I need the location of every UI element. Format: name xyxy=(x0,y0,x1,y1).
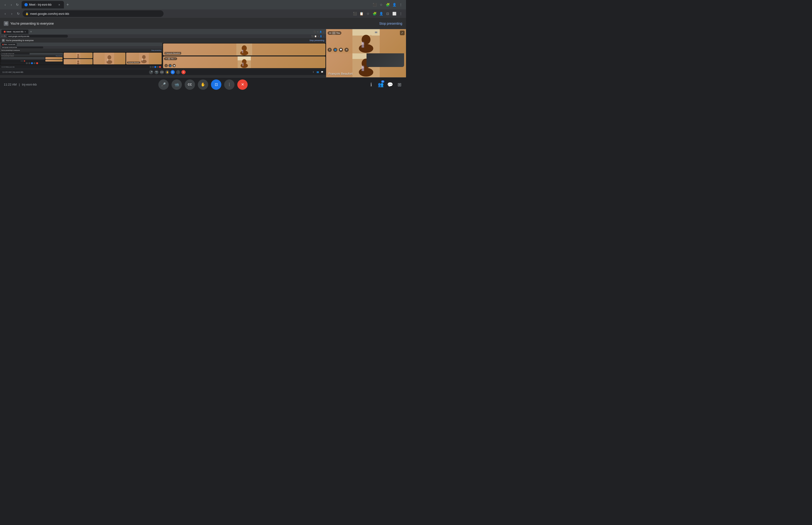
deepest-content xyxy=(1,57,63,62)
raise-hand-button[interactable]: ✋ xyxy=(198,79,208,90)
inner-meet-bar-1: ⊡ You're presenting to everyone Stop pre… xyxy=(0,38,326,43)
inner-more-btn[interactable]: ⋮ xyxy=(176,70,180,74)
inner-code-2: tnj-esni-ikb xyxy=(8,66,15,68)
francois-activities-icon[interactable]: ⊞ xyxy=(344,48,349,52)
francois-tile: ••• You ⤢ ℹ 👥 💬 ⊞ xyxy=(326,29,406,53)
inner-content-2: meet.google.com/tnj-esni-ikb You're pres… xyxy=(0,52,162,65)
account-icon[interactable]: ⬜ xyxy=(392,11,397,16)
meet-content: Meet - tnj-esni-ikb ✕ + ⬛ ☆ 👤 ⋮ ‹ › ↻ me… xyxy=(0,29,406,77)
cast-icon[interactable]: ⬛ xyxy=(372,2,377,7)
forward-btn-2[interactable]: › xyxy=(10,11,14,16)
francois-info-icon[interactable]: ℹ xyxy=(327,48,332,52)
inner-tab-2: Meet - tnj-esni-ikb xyxy=(4,44,15,45)
inner-present-btn[interactable]: ⊡ xyxy=(171,70,175,74)
inner-bottom-1: 11:22 AM | tnj-esni-ikb 🎤 📷 CC ✋ ⊡ ⋮ ✕ ℹ… xyxy=(0,69,326,75)
activities-icon[interactable]: ⊞ xyxy=(397,82,402,87)
info-icon[interactable]: ℹ xyxy=(368,82,374,87)
tiny-tile-2 xyxy=(45,60,62,62)
cast-icon-2[interactable]: ⬛ xyxy=(352,11,357,16)
inner-hand-btn[interactable]: ✋ xyxy=(165,70,169,74)
svg-rect-13 xyxy=(142,59,143,61)
bookmark-icon[interactable]: ☆ xyxy=(379,2,383,7)
inner-tile-francois-2: ••• You ⤢ ℹ 👥 💬 xyxy=(163,56,325,69)
francois-people-icon[interactable]: 👥 xyxy=(333,48,337,52)
end-call-button[interactable]: ✕ xyxy=(237,79,248,90)
svg-rect-31 xyxy=(359,37,361,42)
inner-address-row-1: ‹ › ↻ meet.google.com/tnj-esni-ikb ⬛ 📋 ☆… xyxy=(0,34,326,38)
more-options-button[interactable]: ⋮ xyxy=(224,79,234,90)
inner-mic-btn[interactable]: 🎤 xyxy=(149,70,153,74)
captions-button[interactable]: CC xyxy=(185,79,195,90)
deepest-stop: Stop presenting xyxy=(56,55,62,56)
svg-point-1 xyxy=(77,54,79,56)
tab-title: Meet - tnj-esni-ikb xyxy=(29,3,56,6)
chat-icon[interactable]: 💬 xyxy=(387,82,393,87)
camera-button[interactable]: 📹 xyxy=(171,79,182,90)
back-btn-2[interactable]: ‹ xyxy=(3,11,7,16)
address-bar-row: ‹ › ↻ 🔒 meet.google.com/tnj-esni-ikb ⬛ 📋… xyxy=(0,10,406,18)
right-panel: ••• You ⤢ ℹ 👥 💬 ⊞ xyxy=(326,29,406,77)
francois-chat-icon[interactable]: 💬 xyxy=(339,48,343,52)
extensions-icon[interactable]: 🧩 xyxy=(385,2,390,7)
inner-presenting-2: You're presenting to everyone xyxy=(1,49,20,51)
francois-tile-menu[interactable]: ••• You xyxy=(327,31,341,35)
inner-stop-1: Stop presenting xyxy=(309,39,324,42)
cascade-tile-1 xyxy=(64,52,93,58)
inner-participant-tiles: François Beaufort xyxy=(162,43,326,69)
svg-rect-18 xyxy=(241,48,241,50)
cascade-tile-2 xyxy=(64,59,93,65)
extensions-icon-2[interactable]: 🧩 xyxy=(372,11,377,16)
svg-point-2 xyxy=(77,56,79,58)
star-icon[interactable]: ☆ xyxy=(366,11,370,16)
inner-chat-icon: 💬 xyxy=(321,71,324,74)
people-icon[interactable]: 3 👥 xyxy=(378,82,383,87)
menu-icon[interactable]: ⋮ xyxy=(398,2,403,7)
active-tab[interactable]: Meet - tnj-esni-ikb ✕ xyxy=(21,1,64,9)
new-tab-button[interactable]: + xyxy=(65,2,71,7)
inner-content-1: Meet - tnj-esni-ikb meet.google.com/tnj-… xyxy=(0,43,326,69)
profile-icon-2[interactable]: 👤 xyxy=(379,11,383,16)
inner-cc-btn[interactable]: CC xyxy=(160,70,164,74)
back-button[interactable]: ‹ xyxy=(3,2,7,7)
bottom-bar: 11:22 AM | tnj-esni-ikb 🎤 📹 CC ✋ ⊡ ⋮ ✕ ℹ… xyxy=(0,77,406,91)
inner-cam-btn[interactable]: 📷 xyxy=(154,70,158,74)
tiny-tile-1 xyxy=(45,57,62,59)
svg-rect-30 xyxy=(362,42,364,48)
url-display: meet.google.com/tnj-esni-ikb xyxy=(30,12,69,15)
meeting-time: 11:22 AM xyxy=(4,83,17,86)
present-button[interactable]: ⊡ xyxy=(211,79,221,90)
inner-bottom-2: 11:22 AM | tnj-esni-ikb xyxy=(0,65,162,69)
refresh-button[interactable]: ↻ xyxy=(15,2,20,7)
save-icon[interactable]: 📋 xyxy=(359,11,364,16)
inner-time-2: 11:22 AM xyxy=(1,66,7,68)
francois-tile-expand[interactable]: ⤢ xyxy=(400,31,404,35)
mic-button[interactable]: 🎤 xyxy=(158,79,169,90)
stop-presenting-button[interactable]: Stop presenting xyxy=(379,21,402,25)
browser-nav-controls: ‹ › ↻ xyxy=(3,2,20,7)
svg-point-32 xyxy=(370,35,372,38)
profile-icon[interactable]: 👤 xyxy=(392,2,397,7)
svg-rect-17 xyxy=(242,50,243,53)
menu-icon-2[interactable]: ⋮ xyxy=(398,11,403,16)
meet-top-bar: ⊡ You're presenting to everyone Stop pre… xyxy=(0,18,406,29)
inner-url-1: meet.google.com/tnj-esni-ikb xyxy=(8,35,29,37)
svg-point-16 xyxy=(240,50,248,55)
forward-button[interactable]: › xyxy=(9,2,14,7)
split-icon[interactable]: ⊡ xyxy=(385,11,390,16)
present-screen-icon: ⊡ xyxy=(4,21,9,26)
inner-tile-francois-1: François Beaufort xyxy=(163,44,325,56)
refresh-btn-2[interactable]: ↻ xyxy=(16,11,21,16)
deep-screen: meet.google.com/tnj-esni-ikb You're pres… xyxy=(1,52,63,64)
cascade-tile-xl: François Beaufort xyxy=(126,52,162,64)
inner-presenting-1: You're presenting to everyone xyxy=(6,39,34,42)
francois-tile-topbar: ••• You ⤢ xyxy=(327,31,404,35)
address-bar[interactable]: 🔒 meet.google.com/tnj-esni-ikb xyxy=(22,10,164,17)
inner-end-btn[interactable]: ✕ xyxy=(181,70,186,74)
address-bar-icons: ⬛ 📋 ☆ 🧩 👤 ⊡ ⬜ ⋮ xyxy=(352,11,403,16)
close-tab-button[interactable]: ✕ xyxy=(57,3,61,6)
francois-tile-2-name: François Beaufort xyxy=(328,72,353,75)
inner-tile-bottombar: ℹ 👥 💬 xyxy=(165,64,324,67)
inner-tab-title-1: Meet - tnj-esni-ikb xyxy=(6,31,24,33)
inner-tile-topbar: ••• You ⤢ xyxy=(164,57,324,60)
you-label-right: You xyxy=(336,32,340,34)
